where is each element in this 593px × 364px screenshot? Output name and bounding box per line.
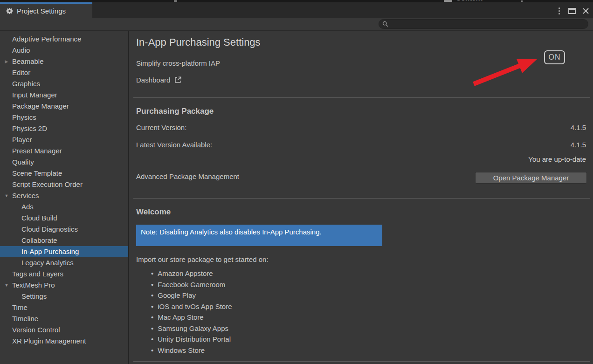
- sidebar-item-services[interactable]: ▼Services: [0, 190, 128, 201]
- sidebar-item-label: Time: [0, 302, 28, 313]
- foldout-expanded-icon[interactable]: ▼: [3, 280, 10, 291]
- sidebar-item-label: Cloud Diagnostics: [0, 224, 78, 235]
- section-divider: [133, 361, 590, 362]
- sidebar-item-label: Version Control: [0, 324, 60, 336]
- sidebar-item-adaptive-performance[interactable]: Adaptive Performance: [0, 34, 128, 45]
- current-version-value: 4.1.5: [571, 124, 586, 131]
- latest-version-value: 4.1.5: [571, 141, 586, 149]
- service-on-toggle[interactable]: ON: [544, 50, 565, 64]
- sidebar-item-label: Ads: [0, 201, 34, 213]
- store-list-item: Mac App Store: [151, 312, 232, 323]
- sidebar-item-input-manager[interactable]: Input Manager: [0, 89, 128, 101]
- sidebar-item-label: Player: [0, 134, 32, 145]
- window-controls: [557, 5, 589, 16]
- dashboard-link-label: Dashboard: [136, 76, 170, 84]
- sidebar-item-physics[interactable]: Physics: [0, 112, 128, 123]
- sidebar-item-label: Timeline: [0, 313, 38, 324]
- sidebar-item-scene-template[interactable]: Scene Template: [0, 168, 128, 179]
- sidebar-item-time[interactable]: Time: [0, 302, 128, 313]
- store-list: Amazon AppstoreFacebook GameroomGoogle P…: [151, 268, 232, 356]
- section-divider: [133, 97, 590, 98]
- store-list-item: Google Play: [151, 290, 232, 301]
- sidebar-item-textmesh-pro[interactable]: ▼TextMesh Pro: [0, 280, 128, 291]
- current-version-label: Current Version:: [136, 124, 186, 131]
- foldout-collapsed-icon[interactable]: ▶: [3, 56, 10, 67]
- sidebar-item-timeline[interactable]: Timeline: [0, 313, 128, 324]
- sidebar-item-tags-and-layers[interactable]: Tags and Layers: [0, 268, 128, 280]
- store-list-item: Unity Distribution Portal: [151, 334, 232, 345]
- store-list-item: iOS and tvOs App Store: [151, 301, 232, 312]
- latest-version-label: Latest Version Available:: [136, 141, 212, 149]
- open-package-manager-button[interactable]: Open Package Manager: [475, 172, 587, 184]
- sidebar-item-label: Graphics: [0, 78, 40, 89]
- gear-icon: [6, 7, 14, 15]
- sidebar-item-xr-plugin-management[interactable]: XR Plugin Management: [0, 336, 128, 347]
- settings-toolbar: [0, 18, 593, 31]
- sidebar-item-label: Scene Template: [0, 168, 62, 179]
- sidebar-item-label: Collaborate: [0, 235, 57, 246]
- search-box[interactable]: [379, 19, 588, 29]
- background-content-icon: [444, 0, 452, 2]
- sidebar-item-ads[interactable]: Ads: [0, 201, 128, 213]
- purchasing-package-header: Purchasing Package: [136, 107, 214, 116]
- welcome-header: Welcome: [136, 207, 171, 217]
- sidebar-item-script-execution-order[interactable]: Script Execution Order: [0, 179, 128, 190]
- sidebar-item-audio[interactable]: Audio: [0, 45, 128, 56]
- tab-project-settings[interactable]: Project Settings: [0, 2, 92, 18]
- sidebar-item-label: In-App Purchasing: [0, 246, 79, 257]
- sidebar-item-editor[interactable]: Editor: [0, 67, 128, 78]
- background-fragment: [521, 0, 523, 2]
- dashboard-link[interactable]: Dashboard: [136, 76, 182, 84]
- sidebar-item-cloud-diagnostics[interactable]: Cloud Diagnostics: [0, 224, 128, 235]
- kebab-menu-icon[interactable]: [557, 6, 562, 16]
- sidebar-item-legacy-analytics[interactable]: Legacy Analytics: [0, 257, 128, 268]
- sidebar-item-settings[interactable]: Settings: [0, 291, 128, 302]
- import-instruction: Import our store package to get started …: [136, 255, 269, 263]
- sidebar-item-label: Editor: [0, 67, 30, 78]
- panel-subtitle: Simplify cross-platform IAP: [136, 59, 220, 67]
- sidebar-item-label: Preset Manager: [0, 145, 62, 157]
- search-icon: [382, 21, 388, 27]
- sidebar-item-label: Quality: [0, 157, 34, 168]
- sidebar-item-physics-2d[interactable]: Physics 2D: [0, 123, 128, 134]
- sidebar-item-label: Physics 2D: [0, 123, 47, 134]
- sidebar-item-label: Input Manager: [0, 89, 57, 101]
- settings-category-list: Adaptive PerformanceAudio▶BeamableEditor…: [0, 31, 129, 364]
- maximize-icon[interactable]: [568, 8, 576, 14]
- background-fragment: [174, 0, 177, 2]
- sidebar-item-label: Adaptive Performance: [0, 34, 81, 45]
- sidebar-item-graphics[interactable]: Graphics: [0, 78, 128, 89]
- sidebar-item-cloud-build[interactable]: Cloud Build: [0, 213, 128, 224]
- advanced-package-label: Advanced Package Management: [136, 172, 239, 180]
- close-icon[interactable]: [582, 7, 589, 14]
- tab-title: Project Settings: [17, 7, 66, 15]
- unity-project-settings-window: { "window": { "tab_title": "Project Sett…: [0, 0, 593, 364]
- sidebar-item-label: Settings: [0, 291, 47, 302]
- sidebar-item-label: Package Manager: [0, 101, 69, 112]
- up-to-date-status: You are up-to-date: [528, 155, 586, 163]
- store-list-item: Samsung Galaxy Apps: [151, 323, 232, 334]
- sidebar-item-preset-manager[interactable]: Preset Manager: [0, 145, 128, 157]
- sidebar-item-player[interactable]: Player: [0, 134, 128, 145]
- sidebar-item-package-manager[interactable]: Package Manager: [0, 101, 128, 112]
- sidebar-item-version-control[interactable]: Version Control: [0, 324, 128, 336]
- external-link-icon: [174, 76, 182, 84]
- sidebar-item-label: Legacy Analytics: [0, 257, 74, 268]
- sidebar-item-label: Script Execution Order: [0, 179, 83, 190]
- search-input[interactable]: [391, 21, 577, 27]
- store-list-item: Windows Store: [151, 345, 232, 356]
- section-divider: [133, 198, 590, 199]
- sidebar-item-beamable[interactable]: ▶Beamable: [0, 56, 128, 67]
- background-content-label: Content: [456, 0, 483, 2]
- page-title: In-App Purchasing Settings: [136, 36, 261, 48]
- sidebar-item-collaborate[interactable]: Collaborate: [0, 235, 128, 246]
- sidebar-item-in-app-purchasing[interactable]: In-App Purchasing: [0, 246, 128, 257]
- foldout-expanded-icon[interactable]: ▼: [3, 190, 10, 201]
- sidebar-item-quality[interactable]: Quality: [0, 157, 128, 168]
- store-list-item: Facebook Gameroom: [151, 279, 232, 290]
- sidebar-item-label: XR Plugin Management: [0, 336, 86, 347]
- store-list-item: Amazon Appstore: [151, 268, 232, 279]
- sidebar-item-label: Cloud Build: [0, 213, 57, 224]
- analytics-note-banner: Note: Disabling Analytics also disables …: [136, 225, 382, 246]
- sidebar-item-label: Tags and Layers: [0, 268, 63, 280]
